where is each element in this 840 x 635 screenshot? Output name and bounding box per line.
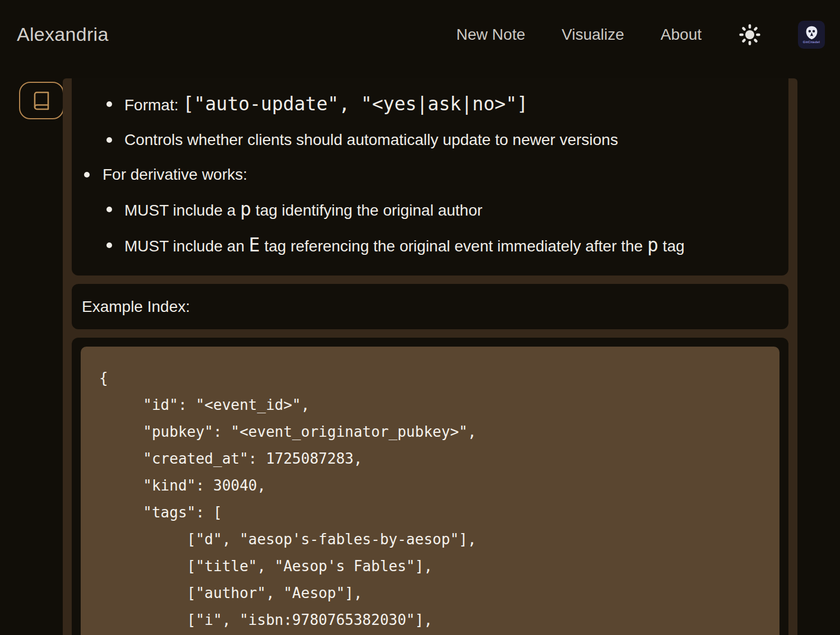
- sidebar-toggle-button[interactable]: [19, 82, 64, 119]
- sun-icon: [738, 23, 762, 46]
- doc-bullet-list: Format: ["auto-update", "<yes|ask|no>"]C…: [72, 94, 772, 256]
- doc-text: For derivative works:: [103, 166, 247, 183]
- inline-code: p: [647, 234, 658, 256]
- doc-text: Controls whether clients should automati…: [124, 131, 618, 148]
- doc-text: MUST include an: [124, 237, 249, 255]
- inline-code: p: [240, 198, 251, 220]
- doc-text: tag: [658, 237, 685, 255]
- doc-text: tag identifying the original author: [251, 202, 482, 219]
- doc-bullet-item: MUST include an E tag referencing the or…: [72, 235, 772, 256]
- page: { "header": { "title": "Alexandria", "na…: [0, 0, 840, 635]
- gitcitadel-shield-icon: [804, 25, 819, 40]
- nav-item-visualize[interactable]: Visualize: [561, 26, 624, 44]
- doc-bullet-item: MUST include a p tag identifying the ori…: [72, 199, 772, 220]
- example-heading-card: Example Index:: [72, 284, 788, 329]
- doc-bullet-item: Controls whether clients should automati…: [72, 130, 772, 150]
- doc-text: Format:: [124, 96, 183, 114]
- inline-code: E: [249, 234, 260, 256]
- document-viewer: Format: ["auto-update", "<yes|ask|no>"]C…: [63, 78, 797, 635]
- nav-item-about[interactable]: About: [661, 26, 702, 44]
- code-content: { "id": "<event_id>", "pubkey": "<event_…: [99, 365, 762, 633]
- doc-bullet-item: For derivative works:: [72, 165, 772, 184]
- app-title[interactable]: Alexandria: [17, 24, 109, 45]
- doc-bullet-item: Format: ["auto-update", "<yes|ask|no>"]: [72, 94, 772, 115]
- nav-item-new-note[interactable]: New Note: [456, 26, 525, 44]
- example-heading: Example Index:: [82, 298, 190, 316]
- logo-label: GitCitadel: [803, 40, 820, 44]
- inline-code: ["auto-update", "<yes|ask|no>"]: [183, 93, 528, 115]
- doc-section-card: Format: ["auto-update", "<yes|ask|no>"]C…: [72, 78, 788, 276]
- code-block: { "id": "<event_id>", "pubkey": "<event_…: [81, 347, 779, 635]
- doc-text: tag referencing the original event immed…: [260, 237, 647, 255]
- gitcitadel-logo[interactable]: GitCitadel: [798, 21, 825, 49]
- app-header: Alexandria New Note Visualize About: [0, 0, 840, 72]
- doc-text: MUST include a: [124, 202, 240, 219]
- top-nav: New Note Visualize About: [456, 0, 825, 69]
- book-icon: [31, 91, 52, 111]
- theme-toggle-button[interactable]: [738, 23, 762, 46]
- code-section-card: { "id": "<event_id>", "pubkey": "<event_…: [72, 338, 788, 635]
